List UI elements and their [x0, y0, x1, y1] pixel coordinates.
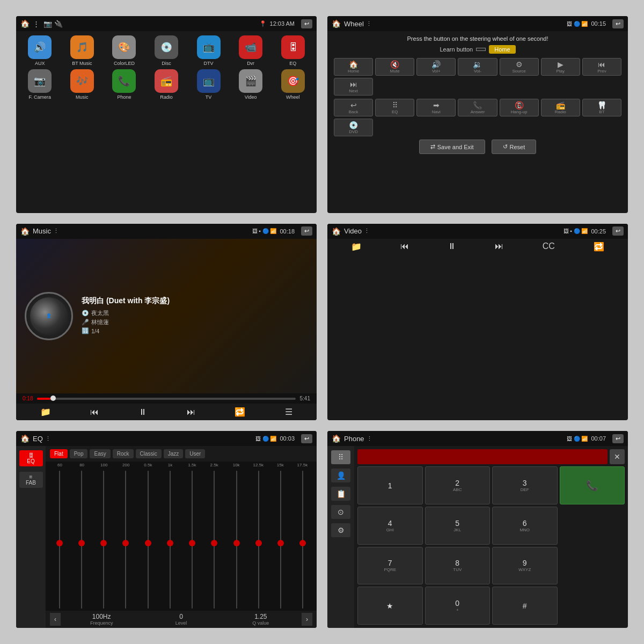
- app-item-dvr[interactable]: 📹 Dvr: [231, 35, 270, 66]
- eq-knob-2[interactable]: [100, 540, 107, 546]
- eq-nav-prev[interactable]: ‹: [50, 613, 61, 626]
- eq-slider-track-5[interactable]: [170, 471, 171, 609]
- save-exit-button[interactable]: ⇄ Save and Exit: [419, 140, 485, 154]
- wheel-btn-bt[interactable]: 🦷BT: [582, 99, 621, 116]
- phone-clear-btn[interactable]: ✕: [610, 449, 625, 464]
- phone-keypad-btn[interactable]: ⠿: [331, 450, 350, 464]
- eq-slider-track-3[interactable]: [125, 471, 126, 609]
- wheel-btn-eq[interactable]: ⠿EQ: [375, 99, 414, 116]
- eq-knob-3[interactable]: [122, 540, 129, 546]
- keypad-btn-0[interactable]: 0+: [425, 587, 491, 625]
- wheel-btn-mute[interactable]: 🔇Mute: [375, 58, 414, 76]
- wheel-btn-play[interactable]: ▶Play: [541, 58, 580, 76]
- app-item-music[interactable]: 🎶 Music: [63, 69, 102, 100]
- eq-knob-7[interactable]: [211, 540, 217, 546]
- keypad-btn-4[interactable]: 4GHI: [357, 507, 423, 545]
- menu-dots-video[interactable]: ⋮: [364, 228, 370, 235]
- eq-preset-rock[interactable]: Rock: [113, 449, 134, 458]
- phone-settings-btn[interactable]: ⚙: [331, 523, 350, 537]
- eq-knob-1[interactable]: [78, 540, 85, 546]
- wheel-btn-vol+[interactable]: 🔊Vol+: [416, 58, 456, 76]
- app-item-f.-camera[interactable]: 📷 F. Camera: [20, 69, 60, 100]
- menu-dots-eq[interactable]: ⋮: [45, 435, 51, 442]
- app-item-video[interactable]: 🎬 Video: [231, 69, 270, 100]
- eq-knob-0[interactable]: [56, 540, 63, 546]
- app-item-aux[interactable]: 🔊 AUX: [20, 35, 60, 66]
- back-button-wheel[interactable]: ↩: [612, 19, 624, 28]
- keypad-btn-2[interactable]: 2ABC: [425, 466, 491, 504]
- eq-knob-4[interactable]: [145, 540, 151, 546]
- keypad-btn-6[interactable]: 6MNO: [492, 507, 558, 545]
- next-button[interactable]: ⏭: [187, 407, 195, 417]
- app-item-eq[interactable]: 🎛 EQ: [273, 35, 312, 66]
- home-icon-music[interactable]: 🏠: [20, 227, 30, 236]
- back-button-phone[interactable]: ↩: [612, 434, 624, 443]
- repeat-button[interactable]: 🔁: [235, 407, 245, 417]
- keypad-btn-_[interactable]: #: [492, 587, 558, 625]
- keypad-btn-5[interactable]: 5JKL: [425, 507, 491, 545]
- menu-dots[interactable]: ⋮ 📷 🔌: [33, 20, 63, 28]
- eq-slider-track-8[interactable]: [236, 471, 237, 609]
- wheel-btn-home[interactable]: 🏠Home: [334, 58, 373, 76]
- fab-mode-btn[interactable]: ≡FAB: [19, 472, 43, 488]
- eq-knob-9[interactable]: [255, 540, 262, 546]
- eq-slider-col-2[interactable]: [93, 471, 114, 609]
- eq-slider-col-3[interactable]: [115, 471, 136, 609]
- back-button-music[interactable]: ↩: [301, 226, 312, 236]
- eq-knob-5[interactable]: [167, 540, 173, 546]
- phone-recents-btn[interactable]: 📋: [331, 487, 350, 501]
- eq-knob-11[interactable]: [299, 540, 306, 546]
- home-icon-video[interactable]: 🏠: [332, 227, 341, 236]
- keypad-btn-7[interactable]: 7PQRE: [357, 547, 423, 585]
- app-item-wheel[interactable]: 🎯 Wheel: [273, 69, 312, 100]
- keypad-btn-8[interactable]: 8TUV: [425, 547, 491, 585]
- eq-slider-col-1[interactable]: [71, 471, 92, 609]
- eq-slider-col-6[interactable]: [182, 471, 203, 609]
- keypad-btn-1[interactable]: 1: [357, 466, 423, 504]
- phone-bluetooth-btn[interactable]: ⊙: [331, 505, 350, 519]
- folder-button[interactable]: 📁: [40, 407, 51, 417]
- eq-preset-flat[interactable]: Flat: [50, 449, 68, 458]
- video-pause-btn[interactable]: ⏸: [448, 241, 456, 251]
- eq-slider-col-7[interactable]: [204, 471, 225, 609]
- wheel-btn-back[interactable]: ↩Back: [334, 99, 373, 116]
- video-next-btn[interactable]: ⏭: [495, 241, 503, 251]
- eq-slider-track-4[interactable]: [148, 471, 149, 609]
- wheel-btn-vol-[interactable]: 🔉Vol-: [458, 58, 497, 76]
- app-item-bt-music[interactable]: 🎵 BT Music: [63, 35, 102, 66]
- home-icon-eq[interactable]: 🏠: [20, 434, 30, 443]
- eq-slider-col-4[interactable]: [137, 471, 158, 609]
- video-cc-btn[interactable]: CC: [543, 241, 555, 251]
- video-folder-btn[interactable]: 📁: [351, 241, 362, 252]
- eq-preset-jazz[interactable]: Jazz: [164, 449, 184, 458]
- eq-slider-track-7[interactable]: [214, 471, 215, 609]
- eq-slider-track-11[interactable]: [302, 471, 303, 609]
- back-button-video[interactable]: ↩: [612, 226, 624, 236]
- reset-button[interactable]: ↺ Reset: [492, 140, 537, 154]
- eq-preset-pop[interactable]: Pop: [70, 449, 88, 458]
- eq-preset-user[interactable]: User: [185, 449, 205, 458]
- wheel-btn-hang-up[interactable]: 📵Hang-up: [500, 99, 539, 116]
- home-icon-phone[interactable]: 🏠: [332, 434, 341, 443]
- eq-slider-col-0[interactable]: [49, 471, 70, 609]
- eq-knob-10[interactable]: [277, 540, 284, 546]
- app-item-colorled[interactable]: 🎨 ColorLED: [105, 35, 144, 66]
- eq-preset-easy[interactable]: Easy: [90, 449, 110, 458]
- wheel-btn-answer[interactable]: 📞Answer: [458, 99, 497, 116]
- eq-nav-next[interactable]: ›: [302, 613, 312, 626]
- menu-dots-wheel[interactable]: ⋮: [366, 20, 372, 27]
- eq-slider-track-0[interactable]: [59, 471, 60, 609]
- menu-dots-phone[interactable]: ⋮: [367, 435, 372, 442]
- progress-track[interactable]: [37, 398, 295, 400]
- wheel-btn-prev[interactable]: ⏮Prev: [582, 58, 621, 76]
- app-item-tv[interactable]: 📺 TV: [189, 69, 228, 100]
- eq-slider-col-8[interactable]: [226, 471, 247, 609]
- app-item-radio[interactable]: 📻 Radio: [147, 69, 186, 100]
- menu-dots-music[interactable]: ⋮: [53, 228, 59, 235]
- eq-slider-track-10[interactable]: [280, 471, 281, 609]
- eq-slider-col-5[interactable]: [159, 471, 180, 609]
- keypad-btn-9[interactable]: 9WXYZ: [492, 547, 558, 585]
- wheel-btn-source[interactable]: ⚙Source: [500, 58, 539, 76]
- home-icon[interactable]: 🏠: [20, 19, 30, 28]
- home-icon-wheel[interactable]: 🏠: [332, 19, 341, 28]
